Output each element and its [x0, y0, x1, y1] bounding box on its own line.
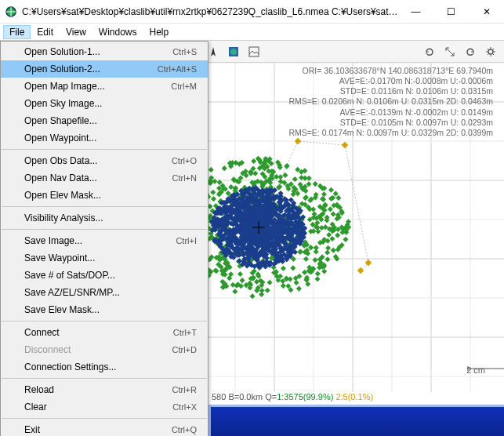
svg-rect-38 — [365, 260, 372, 266]
menu-save-az-el-snr-mp[interactable]: Save AZ/EL/SNR/MP... — [1, 284, 208, 301]
svg-rect-484 — [210, 190, 216, 195]
menu-edit[interactable]: Edit — [31, 25, 60, 39]
image-icon[interactable] — [245, 42, 263, 61]
svg-rect-458 — [335, 195, 341, 201]
menu-open-elev-mask[interactable]: Open Elev Mask... — [1, 187, 208, 204]
svg-rect-111 — [281, 283, 286, 289]
svg-rect-413 — [208, 167, 214, 173]
maximize-button[interactable]: ☐ — [433, 0, 469, 24]
svg-rect-524 — [335, 232, 340, 238]
svg-rect-616 — [331, 248, 336, 253]
svg-rect-374 — [266, 169, 271, 174]
menu-file[interactable]: File — [3, 25, 31, 39]
info-line: ORI= 36.103633678°N 140.086318713°E 69.7… — [288, 66, 493, 76]
stats-overlay: ORI= 36.103633678°N 140.086318713°E 69.7… — [288, 66, 493, 138]
menubar: File Edit View Windows Help — [0, 24, 504, 41]
svg-rect-166 — [333, 191, 339, 196]
svg-rect-272 — [343, 237, 348, 242]
menu-connection-settings[interactable]: Connection Settings... — [1, 358, 208, 376]
menu-item-label: Disconnect — [24, 344, 172, 355]
svg-rect-513 — [325, 245, 331, 251]
svg-point-11 — [230, 49, 237, 55]
menu-shortcut: Ctrl+M — [171, 82, 197, 91]
svg-rect-12 — [249, 47, 259, 56]
menu-help[interactable]: Help — [143, 25, 176, 39]
svg-rect-474 — [259, 288, 265, 293]
menu-sep — [2, 206, 207, 207]
svg-rect-189 — [325, 250, 330, 256]
menu-shortcut: Ctrl+Q — [172, 425, 197, 434]
menu-item-label: Clear — [24, 401, 172, 412]
menu-save-elev-mask[interactable]: Save Elev Mask... — [1, 301, 208, 318]
ge-icon[interactable] — [224, 42, 243, 61]
file-menu-dropdown: Open Solution-1...Ctrl+S Open Solution-2… — [0, 41, 208, 436]
svg-rect-598 — [299, 175, 304, 180]
svg-rect-447 — [285, 163, 290, 169]
menu-open-nav-data[interactable]: Open Nav Data...Ctrl+N — [1, 169, 208, 187]
menu-save-sats-dop[interactable]: Save # of Sats/DOP... — [1, 267, 208, 284]
info-line: RMS=E: 0.0206m N: 0.0106m U: 0.0315m 2D:… — [288, 96, 493, 107]
menu-item-label: Open Elev Mask... — [24, 190, 197, 201]
menu-visibility-analysis[interactable]: Visibility Analysis... — [1, 209, 208, 227]
svg-rect-70 — [232, 289, 237, 294]
menu-connect[interactable]: ConnectCtrl+T — [1, 324, 208, 341]
slider-band[interactable] — [208, 405, 504, 436]
svg-rect-590 — [222, 165, 227, 171]
menu-item-label: Open Shapefile... — [24, 115, 197, 126]
menu-reload[interactable]: ReloadCtrl+R — [1, 381, 208, 398]
menu-shortcut: Ctrl+S — [172, 47, 197, 56]
close-button[interactable]: ✕ — [469, 0, 504, 24]
menu-shortcut: Ctrl+T — [173, 328, 197, 337]
menu-sep — [2, 229, 207, 230]
menu-item-label: Save Waypoint... — [24, 253, 197, 263]
clear-icon[interactable] — [461, 42, 480, 61]
menu-windows[interactable]: Windows — [92, 25, 143, 39]
svg-rect-250 — [293, 280, 299, 285]
info-line: STD=E: 0.0105m N: 0.0097m U: 0.0293m — [288, 118, 493, 128]
menu-item-label: Save Elev Mask... — [24, 304, 197, 315]
svg-rect-367 — [315, 271, 321, 276]
menu-item-label: Exit — [24, 424, 172, 435]
menu-open-map-image[interactable]: Open Map Image...Ctrl+M — [1, 78, 208, 95]
menu-clear[interactable]: ClearCtrl+X — [1, 398, 208, 416]
menu-open-obs-data[interactable]: Open Obs Data...Ctrl+O — [1, 152, 208, 169]
svg-rect-324 — [331, 211, 336, 216]
menu-sep — [2, 418, 207, 419]
menu-open-shapefile[interactable]: Open Shapefile... — [1, 112, 208, 129]
menu-item-label: Save # of Sats/DOP... — [24, 270, 197, 281]
menu-item-label: Open Solution-1... — [24, 46, 172, 57]
menu-item-label: Open Nav Data... — [24, 173, 172, 183]
minimize-button[interactable]: — — [398, 0, 433, 24]
fit-icon[interactable] — [441, 42, 459, 61]
menu-view[interactable]: View — [60, 25, 92, 39]
svg-rect-416 — [281, 266, 286, 271]
svg-rect-427 — [328, 187, 334, 193]
status-bar: 580 B=0.0km Q=1:3575(99.9%) 2:5(0.1%) — [208, 392, 504, 405]
menu-exit[interactable]: ExitCtrl+Q — [1, 421, 208, 436]
menu-shortcut: Ctrl+I — [176, 236, 197, 245]
menu-item-label: Save AZ/EL/SNR/MP... — [24, 287, 197, 298]
app-icon — [5, 5, 17, 18]
menu-item-label: Connection Settings... — [24, 362, 197, 372]
titlebar: C:¥Users¥sat¥Desktop¥claslib¥util¥rnx2rt… — [0, 0, 504, 24]
menu-open-solution-2[interactable]: Open Solution-2...Ctrl+Alt+S — [1, 60, 208, 78]
menu-open-solution-1[interactable]: Open Solution-1...Ctrl+S — [1, 43, 208, 60]
menu-open-waypoint[interactable]: Open Waypoint... — [1, 129, 208, 147]
reload-icon[interactable] — [420, 42, 439, 61]
options-icon[interactable] — [481, 42, 500, 61]
menu-shortcut: Ctrl+X — [172, 402, 197, 412]
svg-rect-566 — [290, 265, 296, 271]
menu-save-waypoint[interactable]: Save Waypoint... — [1, 249, 208, 267]
svg-rect-361 — [211, 196, 216, 202]
svg-rect-243 — [237, 271, 243, 277]
info-line: STD=E: 0.0116m N: 0.0106m U: 0.0315m — [288, 86, 493, 96]
svg-rect-595 — [314, 276, 320, 282]
svg-rect-43 — [267, 280, 273, 285]
menu-open-sky-image[interactable]: Open Sky Image... — [1, 95, 208, 112]
menu-sep — [2, 149, 207, 150]
status-q2: 2:5(0.1%) — [333, 392, 373, 401]
status-pre: 580 B=0.0km Q= — [212, 392, 277, 401]
menu-save-image[interactable]: Save Image...Ctrl+I — [1, 232, 208, 249]
menu-shortcut: Ctrl+R — [172, 385, 197, 394]
svg-rect-229 — [296, 286, 302, 292]
